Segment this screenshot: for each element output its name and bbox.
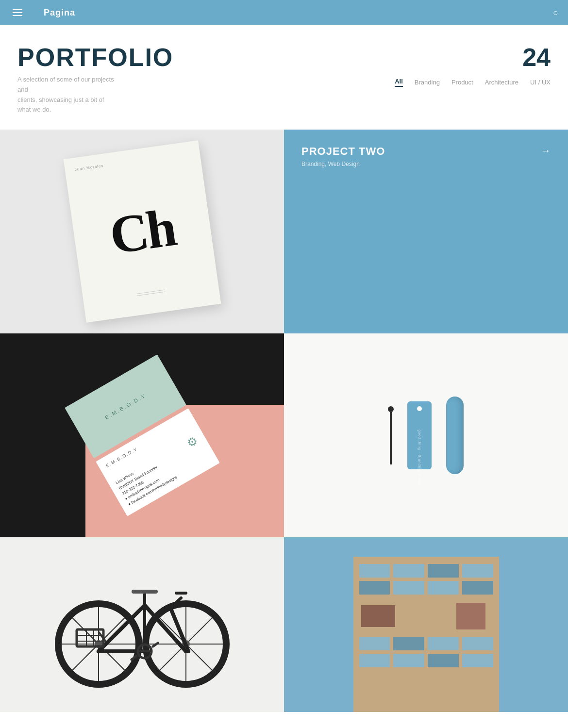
window xyxy=(359,581,390,595)
building-accent-right xyxy=(456,603,485,629)
filter-product[interactable]: Product xyxy=(451,79,473,86)
portfolio-grid-bottom xyxy=(0,537,568,712)
screw-shaft xyxy=(390,412,392,464)
portfolio-right: 24 All Branding Product Architecture UI … xyxy=(395,45,551,87)
project-count: 24 xyxy=(522,45,551,70)
window xyxy=(428,581,459,595)
svg-line-6 xyxy=(169,598,181,609)
typography-chars: Ch xyxy=(106,200,178,262)
paper-lines xyxy=(136,290,165,296)
svg-line-19 xyxy=(153,643,158,646)
hamburger-line-3 xyxy=(13,15,22,16)
business-card-text: E.M.B.O.D.Y xyxy=(103,392,147,420)
hamburger-menu[interactable] xyxy=(10,6,25,19)
window xyxy=(393,564,424,578)
project-item-three[interactable]: E.M.B.O.D.Y E.M.B.O.D.Y Lisa Wilson EMBO… xyxy=(0,333,284,537)
tag-text: good thing · Branding & Web xyxy=(418,430,421,486)
arrow-right-icon[interactable]: → xyxy=(541,145,551,156)
portfolio-subtitle: A selection of some of our projects and … xyxy=(17,75,115,115)
window xyxy=(359,564,390,578)
filter-architecture[interactable]: Architecture xyxy=(485,79,518,86)
project-item-six[interactable] xyxy=(284,537,568,712)
window xyxy=(359,654,390,667)
product-cylinder xyxy=(446,397,464,474)
window xyxy=(462,637,493,650)
page-title: PORTFOLIO xyxy=(17,45,173,70)
svg-line-18 xyxy=(132,656,136,660)
header: Pagina ○ xyxy=(0,0,568,25)
window xyxy=(462,654,493,667)
product-screw xyxy=(389,406,393,464)
logo[interactable]: Pagina xyxy=(32,0,87,25)
portfolio-header: PORTFOLIO A selection of some of our pro… xyxy=(0,25,568,130)
project-item-five[interactable] xyxy=(0,537,284,712)
building-windows-top xyxy=(359,564,493,595)
bike-frame-svg xyxy=(50,557,234,693)
typography-paper: Juan Morales Ch xyxy=(63,140,221,323)
bike-visual xyxy=(50,557,234,693)
project-item-one[interactable]: Juan Morales Ch xyxy=(0,130,284,333)
screw-head xyxy=(388,406,394,412)
filter-uiux[interactable]: UI / UX xyxy=(530,79,551,86)
window xyxy=(393,581,424,595)
project-two-title: PROJECT TWO xyxy=(301,145,551,158)
window xyxy=(393,654,424,667)
window xyxy=(359,637,390,650)
filter-nav: All Branding Product Architecture UI / U… xyxy=(395,78,551,87)
filter-all[interactable]: All xyxy=(395,78,403,87)
project-item-four[interactable]: good thing · Branding & Web xyxy=(284,333,568,537)
portfolio-grid: Juan Morales Ch PROJECT TWO Branding, We… xyxy=(0,130,568,537)
search-icon[interactable]: ○ xyxy=(553,8,558,18)
building-windows-lower xyxy=(359,637,493,667)
header-left: Pagina xyxy=(10,0,87,25)
portfolio-left: PORTFOLIO A selection of some of our pro… xyxy=(17,45,173,115)
building xyxy=(353,557,499,712)
window xyxy=(428,654,459,667)
window xyxy=(428,637,459,650)
paper-small-text: Juan Morales xyxy=(74,164,104,172)
window xyxy=(462,564,493,578)
project-item-two[interactable]: PROJECT TWO Branding, Web Design → xyxy=(284,130,568,333)
product-tag: good thing · Branding & Web xyxy=(407,401,432,469)
window xyxy=(462,581,493,595)
svg-rect-9 xyxy=(132,590,158,594)
tag-hole xyxy=(417,406,422,411)
building-accent-left xyxy=(361,605,395,627)
filter-branding[interactable]: Branding xyxy=(415,79,440,86)
paper-line-2 xyxy=(136,292,166,296)
window xyxy=(428,564,459,578)
svg-line-0 xyxy=(99,605,145,651)
hamburger-line-2 xyxy=(13,12,22,13)
hamburger-line-1 xyxy=(13,9,22,10)
project-two-subtitle: Branding, Web Design xyxy=(301,161,551,167)
window xyxy=(393,637,424,650)
